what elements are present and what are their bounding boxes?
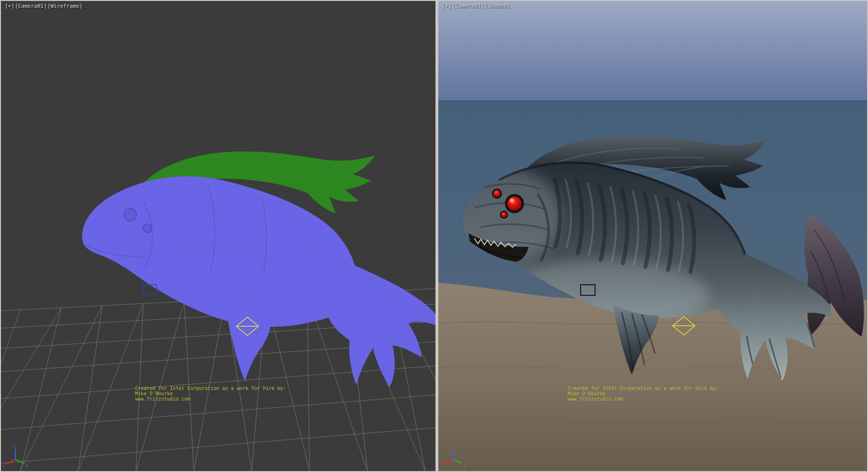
viewport-shading-menu[interactable]: [Shaded] (485, 3, 510, 9)
sky (438, 1, 867, 101)
fish-eye-small (493, 190, 501, 197)
credit-line-3: www.fritzstudio.com (135, 396, 286, 402)
viewport-label: [+][Camera01][Shaded] (442, 3, 511, 9)
fish-eye-large (507, 196, 521, 210)
axis-y-label: y (26, 463, 28, 468)
viewport-shading-menu[interactable]: [Wireframe] (47, 3, 82, 9)
axis-y-label: y (463, 463, 466, 468)
credit-line-3: www.fritzstudio.com (568, 396, 719, 402)
viewport-layout: x y z [+][Camera01][Wireframe] Created f… (0, 0, 868, 472)
axis-x-label: x (439, 464, 442, 469)
viewport-pov-menu[interactable]: [Camera01] (15, 3, 47, 9)
viewport-general-menu[interactable]: [+] (5, 3, 14, 9)
credit-line-1: Created for Intel Corporation as a work … (568, 386, 719, 391)
viewport-wireframe[interactable]: x y z [+][Camera01][Wireframe] Created f… (1, 1, 435, 471)
fish-eye-small (501, 212, 506, 217)
credit-line-1: Created for Intel Corporation as a work … (135, 386, 286, 391)
viewport-pov-menu[interactable]: [Camera01] (452, 3, 484, 9)
axis-x-label: x (2, 464, 5, 469)
fish-eye (124, 208, 136, 221)
credit-text: Created for Intel Corporation as a work … (568, 386, 719, 402)
fish-eye (143, 224, 152, 233)
credit-line-2: Mike O'Rourke (135, 391, 286, 396)
viewport-shaded[interactable]: x y z [+][Camera01][Shaded] Created for … (438, 1, 867, 471)
axis-z-label: z (13, 444, 15, 448)
viewport-general-menu[interactable]: [+] (442, 3, 452, 9)
horizon-line (438, 100, 867, 101)
credit-text: Created for Intel Corporation as a work … (135, 386, 286, 402)
viewport-label: [+][Camera01][Wireframe] (5, 3, 83, 9)
credit-line-2: Mike O'Rourke (568, 391, 719, 396)
axis-z-label: z (450, 444, 453, 448)
